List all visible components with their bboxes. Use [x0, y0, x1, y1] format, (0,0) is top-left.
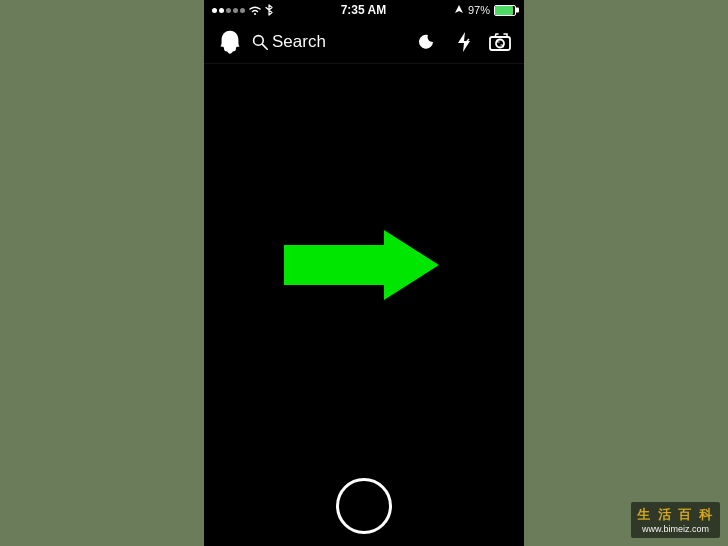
search-label: Search: [272, 32, 326, 52]
shutter-area: [204, 466, 524, 546]
watermark-chinese-top: 生 活 百 科: [637, 506, 714, 524]
camera-view: [204, 64, 524, 466]
status-time: 7:35 AM: [341, 3, 387, 17]
svg-marker-5: [284, 230, 439, 300]
status-right: 97%: [454, 4, 516, 16]
location-icon: [454, 4, 464, 16]
watermark: 生 活 百 科 www.bimeiz.com: [631, 502, 720, 538]
svg-point-0: [254, 35, 264, 45]
svg-line-2: [467, 39, 469, 41]
shutter-button[interactable]: [336, 478, 392, 534]
search-icon: [252, 34, 268, 50]
signal-dot-3: [226, 8, 231, 13]
signal-dot-1: [212, 8, 217, 13]
signal-dot-2: [219, 8, 224, 13]
moon-icon[interactable]: [416, 30, 440, 54]
bluetooth-icon: [265, 4, 273, 16]
search-area[interactable]: Search: [252, 32, 408, 52]
appbar-icons: [416, 30, 512, 54]
signal-area: [212, 4, 273, 16]
status-bar: 7:35 AM 97%: [204, 0, 524, 20]
battery-fill: [495, 6, 513, 15]
signal-dots: [212, 8, 245, 13]
battery-icon: [494, 5, 516, 16]
wifi-icon: [248, 4, 262, 16]
signal-dot-5: [240, 8, 245, 13]
svg-line-1: [262, 44, 267, 49]
camera-flip-icon[interactable]: [488, 30, 512, 54]
signal-dot-4: [233, 8, 238, 13]
flash-icon[interactable]: [452, 30, 476, 54]
watermark-url: www.bimeiz.com: [637, 524, 714, 534]
ghost-icon[interactable]: [216, 28, 244, 56]
app-bar: Search: [204, 20, 524, 64]
battery-percentage: 97%: [468, 4, 490, 16]
phone-frame: 7:35 AM 97% Search: [204, 0, 524, 546]
direction-arrow: [284, 225, 444, 305]
